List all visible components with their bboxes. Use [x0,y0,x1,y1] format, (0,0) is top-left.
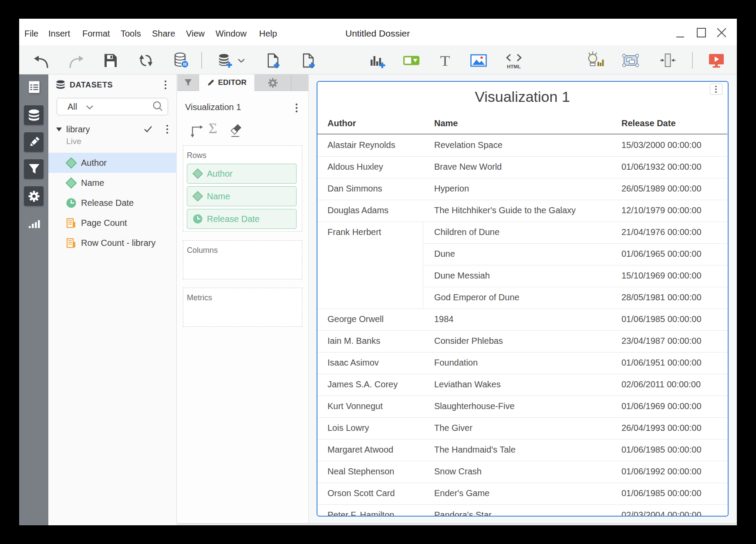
svg-text:HTML: HTML [507,64,521,69]
